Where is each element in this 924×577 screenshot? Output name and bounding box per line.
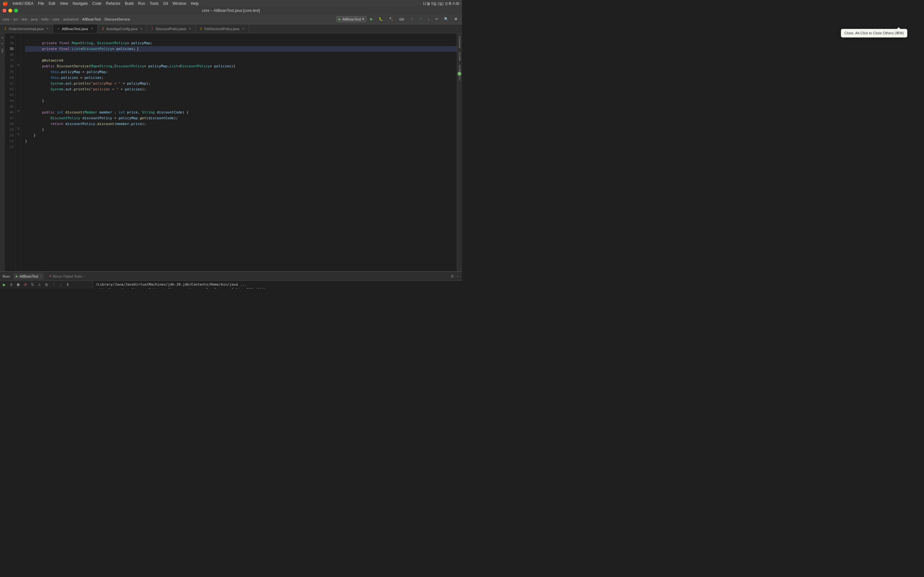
code-line-37: @Autowired: [25, 58, 457, 63]
breadcrumb-autowired[interactable]: autowired: [63, 17, 79, 21]
menu-window[interactable]: Window: [173, 1, 186, 6]
breadcrumb-core[interactable]: core: [3, 17, 9, 21]
run-tab-label: AllBeanTest: [19, 274, 38, 278]
run-output[interactable]: /Library/Java/JavaVirtualMachines/jdk-20…: [93, 281, 462, 288]
run-config-label: AllBeanTest: [342, 17, 361, 21]
code-line-34: private final Map<String, DiscountPolicy…: [25, 40, 457, 46]
git-undo[interactable]: ↩: [433, 16, 440, 22]
tabs-more-button[interactable]: ⋮: [453, 24, 462, 33]
git-push[interactable]: ↑: [426, 17, 432, 22]
code-line-51: }: [25, 139, 457, 144]
line-num-48: 48: [5, 121, 14, 127]
code-line-33: [25, 35, 457, 40]
tab-fixdiscountpolicy[interactable]: J FixDiscountPolicy.java ×: [196, 24, 249, 33]
close-window-button[interactable]: [3, 9, 6, 13]
code-line-44: }: [25, 98, 457, 104]
menu-refactor[interactable]: Refactor: [106, 1, 120, 6]
build-button[interactable]: 🔨: [387, 16, 395, 22]
menu-git[interactable]: Git: [163, 1, 168, 6]
menu-code[interactable]: Code: [92, 1, 102, 6]
gradle-panel-label[interactable]: Gradle: [458, 51, 461, 62]
line-num-37: 37: [5, 58, 14, 63]
run-tab-rerunfailed[interactable]: ↺ Rerun Failed Tests ×: [46, 273, 87, 279]
gutter-arrow-50: ▽: [17, 133, 19, 136]
tab-orderserviceimpl[interactable]: J OrderServiceImpl.java ×: [0, 24, 53, 33]
project-panel-icon[interactable]: P: [1, 36, 4, 40]
tab-close-orderserviceimpl[interactable]: ×: [45, 27, 50, 31]
pull-requests-icon[interactable]: PR: [1, 48, 4, 54]
git-label: Git:: [397, 17, 407, 22]
breadcrumb: core › src › test › java › hello › core …: [3, 17, 335, 21]
line-num-50: 50: [5, 133, 14, 139]
tab-close-discountpolicy[interactable]: ×: [188, 27, 192, 31]
run-tab-close-allbeantest[interactable]: ×: [39, 275, 41, 278]
apple-menu[interactable]: 🍎: [3, 1, 8, 6]
sort-tests-button[interactable]: ⇅: [29, 282, 35, 287]
breadcrumb-hello[interactable]: hello: [41, 17, 49, 21]
menu-edit[interactable]: Edit: [49, 1, 55, 6]
line-num-45: 45: [5, 104, 14, 110]
line-num-34: 34: [5, 40, 14, 46]
gutter: ▽ ▽ ▽ ▽: [16, 33, 21, 271]
tab-discountpolicy[interactable]: I DiscountPolicy.java ×: [147, 24, 196, 33]
menu-tools[interactable]: Tools: [150, 1, 158, 6]
expand-all-button[interactable]: ⊞: [44, 282, 49, 287]
menu-view[interactable]: View: [60, 1, 68, 6]
run-config-icon: ▶: [338, 17, 341, 21]
notification-badge: ✓: [457, 72, 461, 76]
run-tab-allbeantest[interactable]: ▶ AllBeanTest ×: [13, 273, 44, 279]
menu-help[interactable]: Help: [191, 1, 199, 6]
sort-button2[interactable]: ≡: [37, 282, 42, 287]
code-line-49: }: [25, 127, 457, 133]
git-checkmark[interactable]: ✓: [409, 16, 415, 22]
tab-label-fixdiscountpolicy: FixDiscountPolicy.java: [204, 27, 239, 31]
export-tests-button[interactable]: ⬆: [65, 282, 71, 287]
search-everywhere[interactable]: 🔍: [442, 16, 451, 22]
menu-run[interactable]: Run: [138, 1, 145, 6]
menu-file[interactable]: File: [38, 1, 44, 6]
code-content[interactable]: private final Map<String, DiscountPolicy…: [21, 33, 457, 271]
run-tab-close-rerun[interactable]: ×: [83, 275, 85, 278]
tab-close-autoappconfig[interactable]: ×: [139, 27, 144, 31]
code-line-47: DiscountPolicy discountPolicy = policyMa…: [25, 115, 457, 121]
tab-autoappconfig[interactable]: J AutoAppConfig.java ×: [97, 24, 147, 33]
stop-button[interactable]: ⏹: [15, 282, 21, 287]
pause-button[interactable]: ⏸: [8, 282, 14, 287]
code-line-40: this.policies = policies;: [25, 75, 457, 81]
breadcrumb-java[interactable]: java: [31, 17, 37, 21]
window-controls[interactable]: [3, 9, 18, 13]
database-panel-label[interactable]: Database: [458, 35, 461, 50]
tab-close-fixdiscountpolicy[interactable]: ×: [241, 27, 246, 31]
run-config-selector[interactable]: ▶ AllBeanTest ▾: [336, 16, 367, 22]
tab-allbeantest[interactable]: ✓ AllBeanTest.java ×: [53, 24, 97, 33]
settings-button[interactable]: ⚙: [452, 16, 459, 22]
code-line-52: [25, 144, 457, 150]
git-check2[interactable]: ✓: [417, 16, 424, 22]
minimize-run-panel-button[interactable]: −: [456, 274, 459, 279]
menu-navigate[interactable]: Navigate: [73, 1, 87, 6]
code-line-38: public DiscountService(Map<String,Discou…: [25, 63, 457, 69]
line-num-42: 42: [5, 87, 14, 92]
rerun-tests-button[interactable]: ▶: [1, 282, 7, 287]
run-button[interactable]: ▶: [368, 16, 375, 22]
prev-fail-button[interactable]: ↑: [51, 282, 57, 287]
breadcrumb-src[interactable]: src: [13, 17, 18, 21]
menu-intellij[interactable]: IntelliJ IDEA: [13, 1, 33, 6]
breadcrumb-core2[interactable]: core: [53, 17, 59, 21]
maximize-window-button[interactable]: [14, 9, 18, 13]
commit-panel-icon[interactable]: C: [1, 42, 4, 46]
settings-run-panel-button[interactable]: ⚙: [450, 274, 455, 279]
rerun-failed-button[interactable]: ↺: [23, 282, 28, 287]
breadcrumb-allbeantest[interactable]: AllBeanTest: [82, 17, 101, 21]
line-num-49: 49: [5, 127, 14, 133]
menu-build[interactable]: Build: [125, 1, 134, 6]
tab-close-allbeantest[interactable]: ×: [89, 27, 94, 31]
breadcrumb-discountservice[interactable]: DiscountService: [105, 17, 130, 21]
code-line-39: this.policyMap = policyMap;: [25, 69, 457, 75]
next-fail-button[interactable]: ↓: [58, 282, 63, 287]
main-toolbar: core › src › test › java › hello › core …: [0, 14, 462, 24]
tab-label-autoappconfig: AutoAppConfig.java: [106, 27, 137, 31]
minimize-window-button[interactable]: [8, 9, 12, 13]
debug-button[interactable]: 🐛: [376, 16, 385, 22]
breadcrumb-test[interactable]: test: [21, 17, 27, 21]
